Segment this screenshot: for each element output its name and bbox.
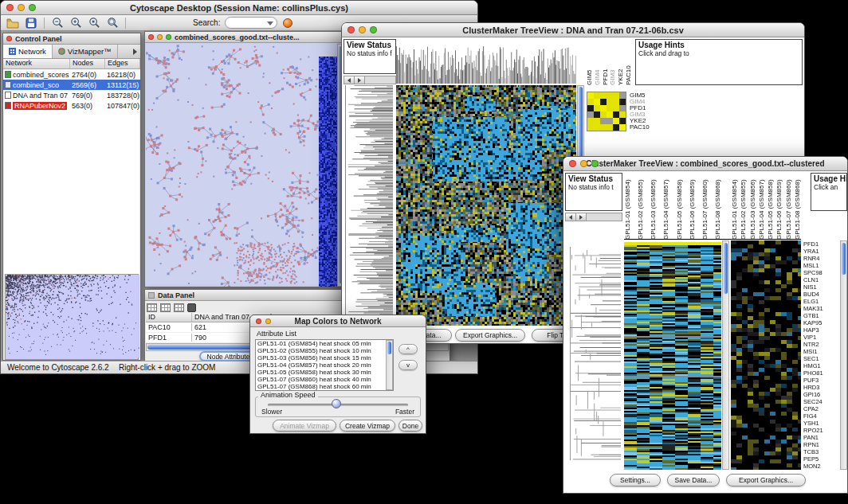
gene-label[interactable]: MSI1 xyxy=(803,348,838,355)
search-input[interactable] xyxy=(225,17,277,29)
gene-label[interactable]: KAP95 xyxy=(803,319,838,326)
array-column-label[interactable]: GPL51-06 (GSM859) xyxy=(775,173,783,240)
tv1-mini-scrollbar[interactable] xyxy=(344,76,396,84)
gene-label[interactable]: PFD1 xyxy=(803,240,838,248)
close-icon[interactable] xyxy=(347,26,355,33)
scroll-right-icon[interactable] xyxy=(355,76,365,84)
column-dendrogram-canvas[interactable] xyxy=(396,39,576,84)
network-table-row[interactable]: RNAPuberNov2 563(0) 107847(0) xyxy=(3,100,140,111)
array-column-label[interactable]: GPL51-04 (GSM857) xyxy=(758,173,765,240)
heatmap-canvas[interactable] xyxy=(624,240,721,470)
close-icon[interactable] xyxy=(6,4,14,11)
array-column-label[interactable]: GPL51-06 (GSM859) xyxy=(689,173,696,240)
gene-label[interactable]: HAP3 xyxy=(803,326,838,334)
matrix-column-label[interactable]: GIM4 xyxy=(594,39,601,85)
gene-label[interactable]: NIS1 xyxy=(803,283,838,291)
done-button[interactable]: Done xyxy=(398,420,422,432)
zoom-window-icon[interactable] xyxy=(370,26,377,33)
matrix-column-label[interactable]: PFD1 xyxy=(602,39,609,85)
network-table-row[interactable]: combined_sco 2569(6) 13112(15) xyxy=(3,80,140,90)
column-header-id[interactable]: ID xyxy=(146,313,192,322)
settings-button[interactable]: Settings... xyxy=(610,474,661,486)
gene-label[interactable]: PEP5 xyxy=(803,455,838,463)
gene-label[interactable]: MON2 xyxy=(803,463,838,470)
tab-network[interactable]: Network xyxy=(3,45,53,58)
zoom-out-icon[interactable] xyxy=(49,16,65,30)
array-column-label[interactable]: GPL51-05 (GSM858) xyxy=(676,173,683,240)
gene-label[interactable]: SEC24 xyxy=(803,398,838,405)
attribute-list-item[interactable]: GPL51-07 (GSM860) heat shock 40 min xyxy=(257,376,393,383)
scroll-track[interactable] xyxy=(365,76,395,84)
gene-label[interactable]: YRA1 xyxy=(803,248,838,255)
gene-list-scrollbar[interactable] xyxy=(840,240,847,470)
matrix-column-label[interactable]: GIM3 xyxy=(609,39,616,85)
open-folder-icon[interactable] xyxy=(5,16,21,30)
export-graphics-button[interactable]: Export Graphics... xyxy=(726,474,806,486)
network-table-header[interactable]: Network Nodes Edges xyxy=(3,59,140,69)
network-view-titlebar[interactable]: combined_scores_good.txt--cluste... xyxy=(145,32,344,43)
close-icon[interactable] xyxy=(6,36,12,41)
control-panel-titlebar[interactable]: Control Panel xyxy=(3,33,140,45)
scroll-left-icon[interactable] xyxy=(344,76,355,84)
column-header-network[interactable]: Network xyxy=(3,59,70,68)
array-column-label[interactable]: GPL51-04 (GSM857) xyxy=(662,173,669,240)
matrix-column-label[interactable]: YKE2 xyxy=(617,39,624,85)
array-column-label[interactable]: GPL51-07 (GSM860) xyxy=(785,173,792,240)
select-attributes-icon[interactable] xyxy=(147,303,157,312)
gene-label[interactable]: TCB3 xyxy=(803,448,838,455)
move-up-button[interactable]: ^ xyxy=(398,344,418,354)
zoom-window-icon[interactable] xyxy=(591,160,599,167)
array-column-label[interactable]: GPL51-02 (GSM855) xyxy=(637,173,644,240)
create-vizmap-button[interactable]: Create Vizmap xyxy=(340,420,395,432)
scrollbar-thumb[interactable] xyxy=(387,342,391,354)
gene-label[interactable]: VIP1 xyxy=(803,334,838,341)
tv1-titlebar[interactable]: ClusterMaker TreeView : DNA and Tran 07-… xyxy=(342,23,804,37)
minimize-icon[interactable] xyxy=(359,26,366,33)
matrix-column-label[interactable]: PAC10 xyxy=(625,39,632,85)
gene-label[interactable]: CPA2 xyxy=(803,405,838,412)
correlation-matrix-canvas[interactable] xyxy=(587,92,626,131)
gene-label[interactable]: CLN1 xyxy=(803,276,838,283)
close-icon[interactable] xyxy=(569,160,576,167)
scroll-left-icon[interactable] xyxy=(566,213,576,221)
gene-label[interactable]: ELG1 xyxy=(803,298,838,305)
row-dendrogram-canvas[interactable] xyxy=(344,85,393,326)
scroll-right-icon[interactable] xyxy=(576,213,587,221)
gene-label[interactable]: YSH1 xyxy=(803,420,838,427)
secondary-heatmap-canvas[interactable] xyxy=(731,240,801,470)
zoom-actual-size-icon[interactable] xyxy=(86,16,102,30)
close-icon[interactable] xyxy=(256,318,261,324)
tab-overflow-icon[interactable] xyxy=(130,45,140,58)
network-table-row[interactable]: DNA and Tran 07 769(0) 183728(0) xyxy=(3,90,140,100)
attribute-list-item[interactable]: GPL51-02 (GSM855) heat shock 10 min xyxy=(257,347,393,354)
array-column-label[interactable]: GPL51-08 (GSM868) xyxy=(794,173,801,240)
row-dendrogram-canvas[interactable] xyxy=(565,240,621,470)
gene-label[interactable]: SPC98 xyxy=(803,269,838,276)
attribute-list-item[interactable]: GPL51-04 (GSM857) heat shock 20 min xyxy=(257,361,393,369)
attribute-list-scrollbar[interactable] xyxy=(386,340,393,390)
array-column-label[interactable]: GPL51-01 (GSM854) xyxy=(624,173,631,240)
gene-label[interactable]: MSL1 xyxy=(803,262,838,269)
zoom-window-icon[interactable] xyxy=(29,4,36,11)
array-column-label[interactable]: GPL51-05 (GSM858) xyxy=(767,173,774,240)
tab-vizmapper[interactable]: VizMapper™ xyxy=(53,45,118,58)
matrix-row-label[interactable]: PAC10 xyxy=(630,124,662,131)
dialog-titlebar[interactable]: Map Colors to Network xyxy=(250,315,426,327)
gene-label[interactable]: GTB1 xyxy=(803,312,838,319)
heatmap-vertical-scrollbar[interactable] xyxy=(722,240,729,470)
attribute-list[interactable]: GPL51-01 (GSM854) heat shock 05 minGPL51… xyxy=(255,339,394,391)
gene-label[interactable]: RPN1 xyxy=(803,441,838,448)
array-column-label[interactable]: GPL51-02 (GSM855) xyxy=(740,173,747,240)
matrix-column-label[interactable]: GIM5 xyxy=(586,39,593,85)
gene-label[interactable]: MAK31 xyxy=(803,305,838,312)
zoom-window-icon[interactable] xyxy=(166,34,171,40)
delete-attribute-icon[interactable] xyxy=(187,303,196,312)
zoom-fit-icon[interactable] xyxy=(104,16,120,30)
network-graph-canvas[interactable] xyxy=(146,44,337,287)
speed-slider-thumb[interactable] xyxy=(332,399,341,408)
minimize-icon[interactable] xyxy=(580,160,587,167)
attribute-list-item[interactable]: GPL51-07 (GSM868) heat shock 60 min xyxy=(257,383,393,390)
network-overview-canvas[interactable] xyxy=(6,275,139,357)
gene-label[interactable]: PHO81 xyxy=(803,369,838,377)
minimize-icon[interactable] xyxy=(265,318,271,324)
